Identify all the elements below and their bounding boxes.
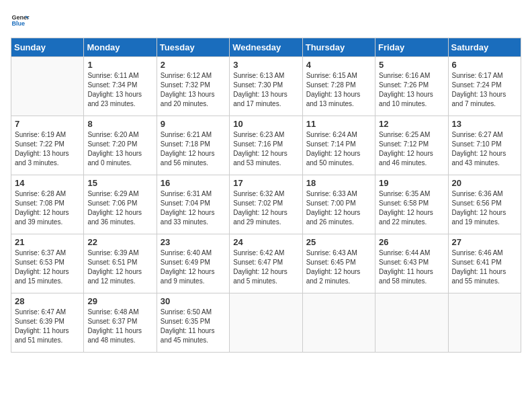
day-number: 22 — [87, 237, 152, 247]
weekday-header-wednesday: Wednesday — [230, 38, 302, 57]
calendar-cell: 28Sunrise: 6:47 AM Sunset: 6:39 PM Dayli… — [11, 293, 84, 353]
calendar-cell: 26Sunrise: 6:44 AM Sunset: 6:43 PM Dayli… — [375, 234, 448, 293]
calendar-cell: 8Sunrise: 6:20 AM Sunset: 7:20 PM Daylig… — [84, 116, 157, 175]
calendar-week-4: 21Sunrise: 6:37 AM Sunset: 6:53 PM Dayli… — [11, 234, 521, 293]
calendar-week-5: 28Sunrise: 6:47 AM Sunset: 6:39 PM Dayli… — [11, 293, 521, 353]
day-info: Sunrise: 6:37 AM Sunset: 6:53 PM Dayligh… — [15, 248, 80, 286]
day-info: Sunrise: 6:32 AM Sunset: 7:02 PM Dayligh… — [233, 189, 298, 227]
calendar-week-3: 14Sunrise: 6:28 AM Sunset: 7:08 PM Dayli… — [11, 175, 521, 234]
day-number: 6 — [452, 60, 517, 70]
calendar-week-2: 7Sunrise: 6:19 AM Sunset: 7:22 PM Daylig… — [11, 116, 521, 175]
day-info: Sunrise: 6:24 AM Sunset: 7:14 PM Dayligh… — [306, 130, 371, 168]
day-info: Sunrise: 6:47 AM Sunset: 6:39 PM Dayligh… — [15, 308, 80, 345]
day-info: Sunrise: 6:43 AM Sunset: 6:45 PM Dayligh… — [306, 248, 371, 286]
day-number: 8 — [87, 119, 152, 129]
day-number: 21 — [15, 237, 80, 247]
day-number: 13 — [452, 119, 517, 129]
day-info: Sunrise: 6:20 AM Sunset: 7:20 PM Dayligh… — [87, 130, 152, 168]
calendar-cell: 15Sunrise: 6:29 AM Sunset: 7:06 PM Dayli… — [84, 175, 157, 234]
calendar-cell: 2Sunrise: 6:12 AM Sunset: 7:32 PM Daylig… — [157, 57, 229, 116]
day-number: 24 — [233, 237, 298, 247]
day-number: 18 — [306, 178, 371, 188]
day-info: Sunrise: 6:27 AM Sunset: 7:10 PM Dayligh… — [452, 130, 517, 168]
logo: General Blue — [11, 11, 35, 30]
day-number: 26 — [379, 237, 444, 247]
calendar-cell — [302, 293, 375, 353]
calendar-cell — [375, 293, 448, 353]
weekday-header-tuesday: Tuesday — [157, 38, 229, 57]
calendar-cell: 13Sunrise: 6:27 AM Sunset: 7:10 PM Dayli… — [448, 116, 521, 175]
day-number: 10 — [233, 119, 298, 129]
day-info: Sunrise: 6:42 AM Sunset: 6:47 PM Dayligh… — [233, 248, 298, 286]
calendar-cell: 20Sunrise: 6:36 AM Sunset: 6:56 PM Dayli… — [448, 175, 521, 234]
weekday-header-thursday: Thursday — [302, 38, 375, 57]
day-number: 7 — [15, 119, 80, 129]
calendar-cell: 3Sunrise: 6:13 AM Sunset: 7:30 PM Daylig… — [230, 57, 302, 116]
calendar-cell — [448, 293, 521, 353]
svg-text:Blue: Blue — [11, 20, 25, 27]
day-number: 23 — [161, 237, 226, 247]
day-info: Sunrise: 6:48 AM Sunset: 6:37 PM Dayligh… — [87, 308, 152, 345]
day-info: Sunrise: 6:11 AM Sunset: 7:34 PM Dayligh… — [87, 71, 152, 109]
calendar-cell: 25Sunrise: 6:43 AM Sunset: 6:45 PM Dayli… — [302, 234, 375, 293]
day-number: 30 — [161, 296, 226, 306]
calendar-cell: 12Sunrise: 6:25 AM Sunset: 7:12 PM Dayli… — [375, 116, 448, 175]
day-info: Sunrise: 6:16 AM Sunset: 7:26 PM Dayligh… — [379, 71, 444, 109]
day-info: Sunrise: 6:44 AM Sunset: 6:43 PM Dayligh… — [379, 248, 444, 286]
day-info: Sunrise: 6:39 AM Sunset: 6:51 PM Dayligh… — [87, 248, 152, 286]
day-number: 11 — [306, 119, 371, 129]
day-info: Sunrise: 6:21 AM Sunset: 7:18 PM Dayligh… — [161, 130, 226, 168]
page-header: General Blue — [11, 11, 521, 30]
calendar-cell: 16Sunrise: 6:31 AM Sunset: 7:04 PM Dayli… — [157, 175, 229, 234]
day-info: Sunrise: 6:15 AM Sunset: 7:28 PM Dayligh… — [306, 71, 371, 109]
calendar-cell: 27Sunrise: 6:46 AM Sunset: 6:41 PM Dayli… — [448, 234, 521, 293]
day-info: Sunrise: 6:35 AM Sunset: 6:58 PM Dayligh… — [379, 189, 444, 227]
day-number: 27 — [452, 237, 517, 247]
calendar-cell: 5Sunrise: 6:16 AM Sunset: 7:26 PM Daylig… — [375, 57, 448, 116]
calendar-cell: 24Sunrise: 6:42 AM Sunset: 6:47 PM Dayli… — [230, 234, 302, 293]
day-info: Sunrise: 6:25 AM Sunset: 7:12 PM Dayligh… — [379, 130, 444, 168]
day-info: Sunrise: 6:12 AM Sunset: 7:32 PM Dayligh… — [161, 71, 226, 109]
calendar-cell: 7Sunrise: 6:19 AM Sunset: 7:22 PM Daylig… — [11, 116, 84, 175]
calendar-cell: 17Sunrise: 6:32 AM Sunset: 7:02 PM Dayli… — [230, 175, 302, 234]
day-info: Sunrise: 6:28 AM Sunset: 7:08 PM Dayligh… — [15, 189, 80, 227]
weekday-header-monday: Monday — [84, 38, 157, 57]
calendar-cell: 4Sunrise: 6:15 AM Sunset: 7:28 PM Daylig… — [302, 57, 375, 116]
calendar-cell: 21Sunrise: 6:37 AM Sunset: 6:53 PM Dayli… — [11, 234, 84, 293]
calendar-cell: 6Sunrise: 6:17 AM Sunset: 7:24 PM Daylig… — [448, 57, 521, 116]
day-info: Sunrise: 6:36 AM Sunset: 6:56 PM Dayligh… — [452, 189, 517, 227]
day-info: Sunrise: 6:40 AM Sunset: 6:49 PM Dayligh… — [161, 248, 226, 286]
calendar-body: 1Sunrise: 6:11 AM Sunset: 7:34 PM Daylig… — [11, 57, 521, 353]
weekday-header-sunday: Sunday — [11, 38, 84, 57]
calendar-cell — [11, 57, 84, 116]
day-number: 1 — [87, 60, 152, 70]
day-info: Sunrise: 6:17 AM Sunset: 7:24 PM Dayligh… — [452, 71, 517, 109]
day-number: 4 — [306, 60, 371, 70]
calendar-cell: 22Sunrise: 6:39 AM Sunset: 6:51 PM Dayli… — [84, 234, 157, 293]
calendar-cell: 30Sunrise: 6:50 AM Sunset: 6:35 PM Dayli… — [157, 293, 229, 353]
day-number: 16 — [161, 178, 226, 188]
day-info: Sunrise: 6:29 AM Sunset: 7:06 PM Dayligh… — [87, 189, 152, 227]
day-number: 25 — [306, 237, 371, 247]
calendar-cell: 29Sunrise: 6:48 AM Sunset: 6:37 PM Dayli… — [84, 293, 157, 353]
day-number: 29 — [87, 296, 152, 306]
day-number: 28 — [15, 296, 80, 306]
day-number: 9 — [161, 119, 226, 129]
calendar-table: SundayMondayTuesdayWednesdayThursdayFrid… — [11, 38, 521, 353]
calendar-cell: 23Sunrise: 6:40 AM Sunset: 6:49 PM Dayli… — [157, 234, 229, 293]
day-info: Sunrise: 6:46 AM Sunset: 6:41 PM Dayligh… — [452, 248, 517, 286]
weekday-header-saturday: Saturday — [448, 38, 521, 57]
calendar-cell: 9Sunrise: 6:21 AM Sunset: 7:18 PM Daylig… — [157, 116, 229, 175]
calendar-cell — [230, 293, 302, 353]
day-info: Sunrise: 6:33 AM Sunset: 7:00 PM Dayligh… — [306, 189, 371, 227]
day-info: Sunrise: 6:23 AM Sunset: 7:16 PM Dayligh… — [233, 130, 298, 168]
day-number: 19 — [379, 178, 444, 188]
day-number: 17 — [233, 178, 298, 188]
calendar-cell: 1Sunrise: 6:11 AM Sunset: 7:34 PM Daylig… — [84, 57, 157, 116]
calendar-cell: 11Sunrise: 6:24 AM Sunset: 7:14 PM Dayli… — [302, 116, 375, 175]
calendar-cell: 10Sunrise: 6:23 AM Sunset: 7:16 PM Dayli… — [230, 116, 302, 175]
day-number: 3 — [233, 60, 298, 70]
day-info: Sunrise: 6:50 AM Sunset: 6:35 PM Dayligh… — [161, 308, 226, 345]
calendar-week-1: 1Sunrise: 6:11 AM Sunset: 7:34 PM Daylig… — [11, 57, 521, 116]
day-number: 5 — [379, 60, 444, 70]
